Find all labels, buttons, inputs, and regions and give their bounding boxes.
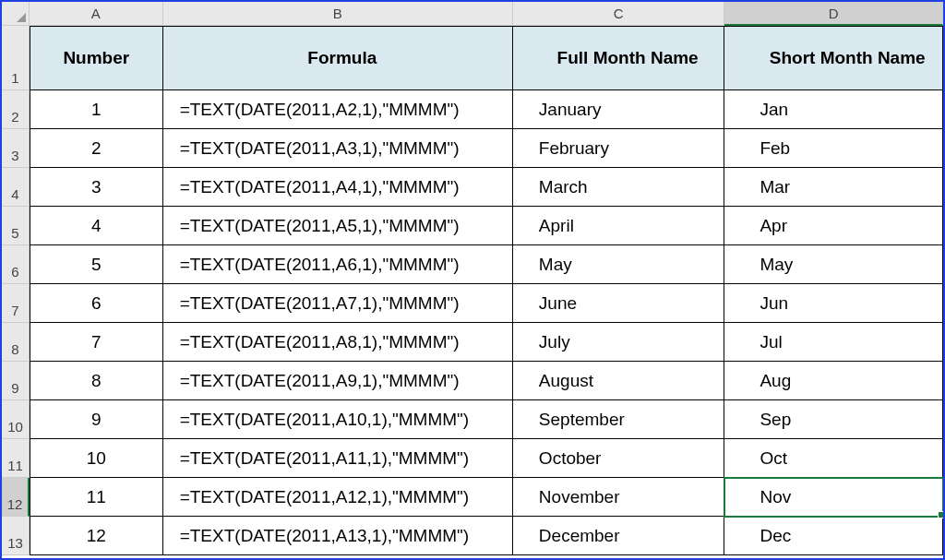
row-header[interactable]: 10 xyxy=(2,400,30,439)
cell-full-month[interactable]: August xyxy=(513,362,725,400)
table-row: 5 4 =TEXT(DATE(2011,A5,1),"MMMM") April … xyxy=(2,207,943,245)
cell-formula[interactable]: =TEXT(DATE(2011,A8,1),"MMMM") xyxy=(163,323,513,362)
cell-number[interactable]: 9 xyxy=(30,400,163,439)
cell-formula[interactable]: =TEXT(DATE(2011,A4,1),"MMMM") xyxy=(163,168,513,207)
cell-formula[interactable]: =TEXT(DATE(2011,A6,1),"MMMM") xyxy=(163,245,513,284)
row-header[interactable]: 8 xyxy=(2,323,30,362)
row-header[interactable]: 4 xyxy=(2,168,30,207)
cell-number[interactable]: 4 xyxy=(30,207,163,245)
spreadsheet-grid: A B C D 1 Number Formula Full Month Name… xyxy=(2,2,943,558)
header-number[interactable]: Number xyxy=(30,26,163,90)
cell-number[interactable]: 12 xyxy=(30,517,163,555)
header-short-month[interactable]: Short Month Name xyxy=(724,26,943,90)
row-header[interactable]: 13 xyxy=(2,517,30,555)
cell-short-month[interactable]: Jul xyxy=(724,323,943,362)
row-header[interactable]: 2 xyxy=(2,90,30,129)
col-header-a[interactable]: A xyxy=(30,2,163,26)
cell-full-month[interactable]: October xyxy=(513,439,725,478)
cell-full-month[interactable]: March xyxy=(513,168,725,207)
table-row: 6 5 =TEXT(DATE(2011,A6,1),"MMMM") May Ma… xyxy=(2,245,943,284)
select-all-corner[interactable] xyxy=(2,2,30,26)
table-header-row: 1 Number Formula Full Month Name Short M… xyxy=(2,26,943,90)
cell-full-month[interactable]: November xyxy=(513,478,725,517)
col-header-b[interactable]: B xyxy=(163,2,513,26)
cell-short-month[interactable]: Jun xyxy=(724,284,943,323)
col-header-c[interactable]: C xyxy=(513,2,725,26)
cell-formula[interactable]: =TEXT(DATE(2011,A10,1),"MMMM") xyxy=(163,400,513,439)
cell-short-month[interactable]: Oct xyxy=(724,439,943,478)
cell-number[interactable]: 11 xyxy=(30,478,163,517)
cell-formula[interactable]: =TEXT(DATE(2011,A13,1),"MMMM") xyxy=(163,517,513,555)
cell-full-month[interactable]: December xyxy=(513,517,725,555)
row-header[interactable]: 12 xyxy=(2,478,30,517)
cell-short-month[interactable]: Dec xyxy=(724,517,943,555)
cell-formula[interactable]: =TEXT(DATE(2011,A7,1),"MMMM") xyxy=(163,284,513,323)
row-header[interactable]: 9 xyxy=(2,362,30,400)
table-row: 12 11 =TEXT(DATE(2011,A12,1),"MMMM") Nov… xyxy=(2,478,943,517)
header-formula[interactable]: Formula xyxy=(163,26,513,90)
cell-full-month[interactable]: February xyxy=(513,129,725,168)
cell-full-month[interactable]: September xyxy=(513,400,725,439)
row-header-1[interactable]: 1 xyxy=(2,26,30,90)
column-headers-row: A B C D xyxy=(2,2,943,26)
table-row: 4 3 =TEXT(DATE(2011,A4,1),"MMMM") March … xyxy=(2,168,943,207)
cell-formula[interactable]: =TEXT(DATE(2011,A5,1),"MMMM") xyxy=(163,207,513,245)
col-header-d[interactable]: D xyxy=(724,2,943,26)
table-row: 11 10 =TEXT(DATE(2011,A11,1),"MMMM") Oct… xyxy=(2,439,943,478)
cell-short-month[interactable]: Apr xyxy=(724,207,943,245)
cell-number[interactable]: 6 xyxy=(30,284,163,323)
cell-formula[interactable]: =TEXT(DATE(2011,A9,1),"MMMM") xyxy=(163,362,513,400)
table-row: 3 2 =TEXT(DATE(2011,A3,1),"MMMM") Februa… xyxy=(2,129,943,168)
cell-short-month[interactable]: May xyxy=(724,245,943,284)
table-row: 9 8 =TEXT(DATE(2011,A9,1),"MMMM") August… xyxy=(2,362,943,400)
cell-number[interactable]: 7 xyxy=(30,323,163,362)
table-row: 8 7 =TEXT(DATE(2011,A8,1),"MMMM") July J… xyxy=(2,323,943,362)
row-header[interactable]: 7 xyxy=(2,284,30,323)
table-row: 10 9 =TEXT(DATE(2011,A10,1),"MMMM") Sept… xyxy=(2,400,943,439)
cell-formula[interactable]: =TEXT(DATE(2011,A3,1),"MMMM") xyxy=(163,129,513,168)
cell-short-month[interactable]: Aug xyxy=(724,362,943,400)
cell-short-month[interactable]: Mar xyxy=(724,168,943,207)
cell-short-month[interactable]: Sep xyxy=(724,400,943,439)
cell-full-month[interactable]: May xyxy=(513,245,725,284)
cell-number[interactable]: 2 xyxy=(30,129,163,168)
cell-number[interactable]: 10 xyxy=(30,439,163,478)
cell-short-month-active[interactable]: Nov xyxy=(724,478,943,517)
cell-full-month[interactable]: June xyxy=(513,284,725,323)
cell-formula[interactable]: =TEXT(DATE(2011,A2,1),"MMMM") xyxy=(163,90,513,129)
table-row: 2 1 =TEXT(DATE(2011,A2,1),"MMMM") Januar… xyxy=(2,90,943,129)
table-row: 7 6 =TEXT(DATE(2011,A7,1),"MMMM") June J… xyxy=(2,284,943,323)
cell-full-month[interactable]: April xyxy=(513,207,725,245)
cell-number[interactable]: 8 xyxy=(30,362,163,400)
row-header[interactable]: 6 xyxy=(2,245,30,284)
row-header[interactable]: 3 xyxy=(2,129,30,168)
cell-full-month[interactable]: July xyxy=(513,323,725,362)
cell-number[interactable]: 1 xyxy=(30,90,163,129)
cell-short-month[interactable]: Feb xyxy=(724,129,943,168)
row-header[interactable]: 5 xyxy=(2,207,30,245)
cell-number[interactable]: 5 xyxy=(30,245,163,284)
cell-formula[interactable]: =TEXT(DATE(2011,A11,1),"MMMM") xyxy=(163,439,513,478)
cell-short-month[interactable]: Jan xyxy=(724,90,943,129)
cell-number[interactable]: 3 xyxy=(30,168,163,207)
cell-full-month[interactable]: January xyxy=(513,90,725,129)
row-header[interactable]: 11 xyxy=(2,439,30,478)
header-full-month[interactable]: Full Month Name xyxy=(513,26,725,90)
table-row: 13 12 =TEXT(DATE(2011,A13,1),"MMMM") Dec… xyxy=(2,517,943,555)
cell-formula[interactable]: =TEXT(DATE(2011,A12,1),"MMMM") xyxy=(163,478,513,517)
